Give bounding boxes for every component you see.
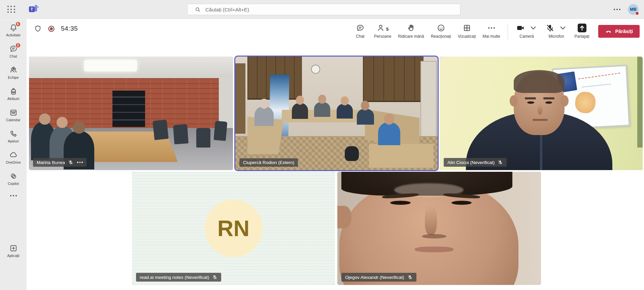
smiley-icon [437, 24, 445, 32]
backpack-on-floor [345, 146, 359, 161]
grid-icon [463, 24, 471, 32]
participant-nameplate: Ciupercă Rodion (Extern) [239, 158, 298, 167]
copilot-icon [9, 172, 18, 181]
sidebar-item-chat[interactable]: 3 Chat [0, 44, 27, 58]
chevron-down-icon[interactable] [558, 24, 567, 32]
person-silhouette [337, 104, 353, 119]
more-button[interactable]: Mai multe [479, 19, 504, 39]
video-tile-ciuperca-rodion[interactable]: Ciupercă Rodion (Extern) [235, 57, 438, 170]
video-tile-readai[interactable]: RN read.ai meeting notes (Neverificat) [132, 172, 335, 285]
sidebar-item-echipe[interactable]: Echipe [0, 66, 27, 79]
avatar: RN [205, 199, 263, 257]
sidebar-item-copilot[interactable]: Copilot [0, 172, 27, 186]
participant-name: Alin Ciocoi (Neverificat) [447, 160, 495, 165]
chair [152, 120, 169, 140]
video-feed [29, 57, 233, 170]
persoane-button[interactable]: 5 Persoane [371, 19, 395, 39]
backpack-icon [9, 87, 18, 96]
more-options-icon[interactable] [614, 9, 620, 10]
wall-clock [311, 65, 320, 74]
avatar-initials: MB [630, 7, 636, 12]
sidebar-item-activitate[interactable]: 6 Activitate [0, 23, 27, 37]
participant-name: read.ai meeting notes (Neverificat) [140, 275, 209, 280]
shield-icon[interactable] [34, 25, 42, 33]
share-icon [578, 24, 586, 32]
meeting-status-group: 54:35 [34, 24, 78, 33]
mic-muted-icon [407, 275, 413, 280]
leave-label: Părăsiți [615, 29, 633, 34]
table [369, 144, 434, 168]
search-input[interactable] [205, 7, 441, 12]
app-launcher-icon[interactable] [7, 6, 15, 13]
top-bar: T MB [0, 0, 644, 19]
person-silhouette [378, 122, 400, 145]
mic-muted-icon [546, 24, 554, 32]
participant-name: Ciupercă Rodion (Extern) [243, 160, 294, 165]
tile-more-options-icon[interactable] [77, 162, 83, 163]
search-icon [195, 7, 201, 12]
video-tile-marina-bunea[interactable]: Marina Bunea [29, 57, 233, 170]
person-silhouette [292, 103, 308, 119]
video-feed [337, 172, 541, 285]
person-icon [377, 24, 385, 32]
sidebar-item-calendar[interactable]: Calendar [0, 108, 27, 122]
participant-nameplate: Ojegov Alexandr (Neverificat) [341, 273, 416, 282]
video-feed [440, 57, 643, 170]
video-feed: RN [132, 172, 335, 285]
microphone-button[interactable]: Microfon [542, 19, 571, 39]
notification-badge: 3 [15, 42, 21, 48]
hangup-icon [605, 28, 612, 35]
record-icon [47, 25, 55, 33]
chair [214, 121, 228, 141]
video-tile-ojegov-alexandr[interactable]: Ojegov Alexandr (Neverificat) [337, 172, 541, 285]
plus-app-icon [9, 244, 18, 253]
share-button[interactable]: Partajați [571, 19, 593, 39]
meeting-timer: 54:35 [61, 25, 78, 32]
reactions-button[interactable]: Reacționați [428, 19, 454, 39]
sidebar-item-onedrive[interactable]: OneDrive [0, 151, 27, 164]
chat-bubble-icon [356, 24, 365, 32]
people-icon [9, 66, 18, 74]
hand-icon [407, 24, 415, 32]
raise-hand-button[interactable]: Ridicare mână [395, 19, 427, 39]
leave-button[interactable]: Părăsiți [598, 25, 640, 38]
mic-muted-icon [212, 275, 217, 280]
ceiling-light [84, 60, 137, 71]
sidebar-more-icon[interactable] [10, 195, 17, 196]
app-sidebar: 6 Activitate 3 Chat Echipe Atribuiri [0, 19, 27, 290]
view-button[interactable]: Vizualizați [454, 19, 479, 39]
person-silhouette [255, 106, 274, 126]
participant-count: 5 [386, 27, 388, 32]
cabinet [363, 57, 423, 102]
search-bar [187, 4, 461, 15]
teams-logo[interactable]: T [28, 4, 40, 14]
svg-text:T: T [31, 7, 33, 12]
calendar-icon [9, 108, 18, 117]
mic-muted-icon [68, 160, 73, 165]
chevron-down-icon[interactable] [529, 24, 538, 32]
notification-badge: 6 [15, 21, 21, 27]
participant-name: Ojegov Alexandr (Neverificat) [345, 275, 404, 280]
participant-nameplate: Alin Ciocoi (Neverificat) [444, 158, 507, 167]
chair [196, 128, 210, 147]
sidebar-item-apeluri[interactable]: Apeluri [0, 129, 27, 143]
phone-icon [9, 129, 18, 138]
sidebar-item-atribuiri[interactable]: Atribuiri [0, 87, 27, 101]
video-feed [235, 57, 438, 170]
mic-muted-icon [498, 160, 503, 165]
avatar[interactable]: MB [628, 4, 639, 15]
camera-button[interactable]: Cameră [512, 19, 542, 39]
more-dots-icon [488, 27, 495, 29]
cloud-icon [9, 151, 18, 159]
person-silhouette [314, 102, 330, 117]
participant-name: Marina Bunea [37, 160, 65, 165]
avatar-initials: RN [217, 216, 249, 241]
participant-nameplate: Marina Bunea [33, 158, 87, 167]
teams-meeting-window: T MB 6 Activitate 3 Chat [0, 0, 644, 290]
chat-button[interactable]: Chat [350, 19, 371, 39]
presence-busy-dot [635, 11, 639, 15]
door [420, 61, 437, 143]
toolbar-divider [508, 24, 508, 39]
sidebar-item-aplicatii[interactable]: Aplicații [0, 244, 27, 258]
video-tile-alin-ciocoi[interactable]: Alin Ciocoi (Neverificat) [440, 57, 643, 170]
